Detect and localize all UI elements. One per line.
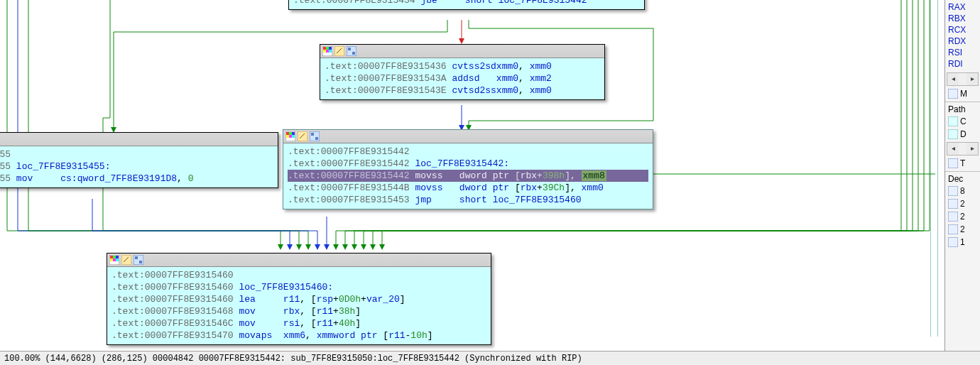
group-icon	[134, 255, 143, 265]
graph-node-mid[interactable]: .text:00007FF8E9315436 cvtss2sdxmm0, xmm…	[320, 44, 605, 100]
palette-icon	[285, 131, 295, 141]
graph-node-left[interactable]: F8E9315455 F8E9315455 loc_7FF8E9315455:F…	[0, 132, 278, 188]
asm-line[interactable]: F8E9315455 mov cs:qword_7FF8E93191D8, 0	[0, 173, 273, 185]
asm-line[interactable]: .text:00007FF8E9315442 movss dword ptr […	[288, 170, 648, 182]
register-rbx[interactable]: RBX	[948, 13, 977, 24]
side-tab-t[interactable]: T	[945, 157, 980, 170]
svg-rect-38	[948, 199, 958, 209]
asm-line[interactable]: .text:00007FF8E9315434 jbe short loc_7FF…	[293, 0, 640, 6]
asm-line[interactable]: .text:00007FF8E9315460	[111, 269, 486, 281]
svg-rect-14	[292, 132, 295, 135]
svg-rect-31	[135, 256, 138, 259]
svg-rect-27	[113, 258, 116, 261]
svg-rect-9	[348, 48, 351, 50]
page-icon	[948, 237, 958, 247]
asm-line[interactable]: .text:00007FF8E9315436 cvtss2sdxmm0, xmm…	[325, 60, 600, 72]
svg-rect-12	[286, 132, 289, 135]
register-rcx[interactable]: RCX	[948, 24, 977, 36]
register-rdx[interactable]: RDX	[948, 36, 977, 47]
registers-list: RAXRBXRCXRDXRSIRDI	[945, 0, 980, 71]
group-icon	[310, 131, 320, 141]
svg-rect-4	[323, 50, 326, 53]
edit-icon	[334, 46, 344, 56]
edit-icon	[121, 255, 131, 265]
svg-rect-41	[948, 237, 958, 247]
asm-line[interactable]: .text:00007FF8E9315468 mov rbx, [r11+38h…	[111, 305, 486, 317]
side-panel[interactable]: RAXRBXRCXRDXRSIRDI ◂ ▸ M Path C D ◂ ▸ T	[944, 0, 980, 351]
side-label-path: Path	[945, 104, 980, 115]
edit-icon	[298, 131, 307, 141]
svg-rect-37	[948, 186, 958, 196]
graph-node-bottom[interactable]: .text:00007FF8E9315460 .text:00007FF8E93…	[107, 253, 491, 345]
asm-line[interactable]: .text:00007FF8E9315460 lea r11, [rsp+0D0…	[111, 293, 486, 305]
doc-icon	[948, 129, 958, 139]
scroll-right-icon[interactable]: ▸	[967, 73, 978, 85]
graph-canvas[interactable]: .text:00007FF8E9315434 jbe short loc_7FF…	[0, 0, 944, 351]
svg-rect-18	[298, 131, 307, 141]
palette-icon	[322, 46, 332, 56]
asm-line[interactable]: .text:00007FF8E9315460 loc_7FF8E9315460:	[111, 281, 486, 293]
register-rax[interactable]: RAX	[948, 1, 977, 13]
asm-line[interactable]: .text:00007FF8E9315470 movaps xmm6, xmmw…	[111, 329, 486, 342]
svg-rect-15	[286, 135, 289, 138]
side-item-d[interactable]: D	[945, 128, 980, 141]
scroll-left-icon[interactable]: ◂	[947, 73, 959, 85]
asm-line[interactable]: .text:00007FF8E931543A addsd xmm0, xmm2	[325, 72, 600, 85]
side-list-item[interactable]: 2	[945, 197, 980, 210]
svg-rect-16	[289, 135, 292, 138]
svg-rect-28	[116, 258, 119, 261]
svg-rect-32	[139, 261, 142, 263]
tree-icon	[948, 158, 958, 168]
page-icon	[948, 186, 958, 196]
side-tab-m[interactable]: M	[945, 87, 980, 100]
svg-rect-29	[121, 255, 131, 265]
svg-rect-17	[292, 135, 295, 138]
svg-rect-23	[110, 256, 113, 258]
side-hscroll[interactable]: ◂ ▸	[947, 72, 979, 86]
side-list-item[interactable]: 2	[945, 223, 980, 236]
side-list-item[interactable]: 2	[945, 210, 980, 223]
asm-line[interactable]: .text:00007FF8E931543E cvtsd2ssxmm0, xmm…	[325, 85, 600, 97]
scroll-left-icon[interactable]: ◂	[947, 143, 959, 155]
graph-node-top[interactable]: .text:00007FF8E9315434 jbe short loc_7FF…	[288, 0, 645, 10]
svg-rect-40	[948, 224, 958, 234]
side-item-c[interactable]: C	[945, 115, 980, 128]
side-list-item[interactable]: 1	[945, 236, 980, 249]
asm-line[interactable]: .text:00007FF8E931544B movss dword ptr […	[288, 182, 648, 194]
svg-rect-1	[323, 47, 326, 50]
register-rdi[interactable]: RDI	[948, 58, 977, 70]
asm-line[interactable]: .text:00007FF8E9315442	[288, 146, 648, 158]
svg-rect-3	[329, 47, 332, 50]
svg-rect-10	[352, 52, 355, 55]
status-bar: 100.00% (144,6628) (286,125) 00004842 00…	[0, 351, 980, 365]
svg-rect-34	[948, 116, 958, 126]
graph-node-selected[interactable]: .text:00007FF8E9315442 .text:00007FF8E93…	[283, 129, 653, 209]
register-rsi[interactable]: RSI	[948, 47, 977, 58]
asm-line[interactable]: .text:00007FF8E931546C mov rsi, [r11+40h…	[111, 317, 486, 329]
svg-rect-20	[311, 133, 314, 136]
doc-icon	[948, 116, 958, 126]
svg-rect-24	[113, 256, 116, 258]
module-icon	[948, 89, 958, 99]
svg-rect-2	[326, 47, 329, 50]
group-icon	[347, 46, 356, 56]
page-icon	[948, 212, 958, 222]
asm-line[interactable]: F8E9315455 loc_7FF8E9315455:	[0, 160, 273, 173]
svg-rect-7	[334, 46, 344, 56]
svg-rect-35	[948, 129, 958, 139]
svg-rect-6	[329, 50, 332, 53]
side-list-item[interactable]: 8	[945, 185, 980, 197]
svg-rect-21	[315, 137, 318, 140]
svg-rect-39	[948, 212, 958, 222]
svg-rect-26	[110, 258, 113, 261]
asm-line[interactable]: F8E9315455	[0, 148, 273, 160]
node-titlebar	[107, 254, 491, 267]
node-titlebar	[283, 130, 653, 143]
svg-rect-25	[116, 256, 119, 258]
side-hscroll-2[interactable]: ◂ ▸	[947, 142, 979, 156]
scroll-right-icon[interactable]: ▸	[967, 143, 978, 155]
node-titlebar	[320, 45, 604, 58]
asm-line[interactable]: .text:00007FF8E9315453 jmp short loc_7FF…	[288, 194, 648, 206]
asm-line[interactable]: .text:00007FF8E9315442 loc_7FF8E9315442:	[288, 158, 648, 170]
palette-icon	[109, 255, 119, 265]
